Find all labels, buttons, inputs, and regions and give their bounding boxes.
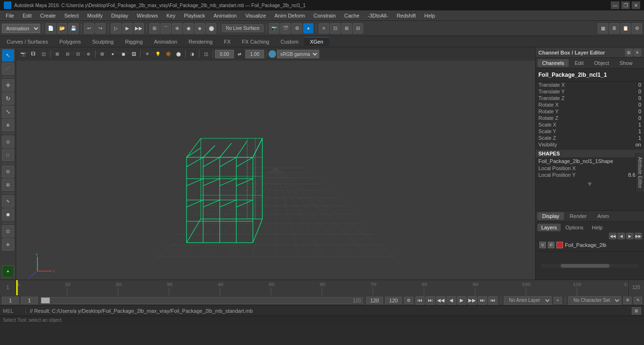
menu-playback[interactable]: Playback: [180, 12, 209, 19]
range-end-input[interactable]: [366, 297, 383, 304]
tab-fx[interactable]: FX: [218, 37, 236, 46]
cb-value-scale-x[interactable]: [613, 122, 641, 127]
layer-back-button[interactable]: ◀: [617, 233, 625, 239]
vp-light-btn-4[interactable]: ⬤: [174, 49, 183, 59]
pb-play-button[interactable]: ▶: [457, 296, 466, 305]
cb-tab-channels[interactable]: Channels: [537, 59, 569, 67]
maximize-button[interactable]: ❐: [621, 1, 630, 9]
cb-value-rotate-x[interactable]: [613, 102, 641, 108]
vp-icon-2[interactable]: ⊟: [63, 49, 72, 59]
lasso-select-button[interactable]: ⋰: [2, 63, 14, 75]
rp-hscrollbar[interactable]: [541, 264, 638, 268]
pb-end-button[interactable]: ⏮: [488, 296, 498, 305]
menu-anim-deform[interactable]: Anim Deform: [271, 12, 309, 19]
menu-cache[interactable]: Cache: [340, 12, 363, 19]
save-file-button[interactable]: 💾: [68, 23, 79, 34]
char-set-btn-2[interactable]: ✎: [634, 297, 642, 304]
snap-surface-button[interactable]: ◈: [195, 23, 205, 34]
layer-visibility-v[interactable]: V: [539, 242, 546, 248]
layer-next-button[interactable]: ▶▶: [635, 233, 642, 239]
layers-tab[interactable]: Layers: [537, 224, 561, 231]
render-region-button[interactable]: 📷: [269, 23, 279, 34]
snap-together-button[interactable]: ⊟: [2, 165, 14, 178]
menu-3dtall[interactable]: -3DtoAll-: [364, 12, 392, 19]
cb-value-scale-z[interactable]: [613, 135, 641, 141]
rotate-tool-button[interactable]: ↻: [2, 92, 14, 105]
cb-value-translate-x[interactable]: [613, 82, 641, 88]
channel-box-button[interactable]: ≣: [609, 23, 619, 34]
vp-light-btn-2[interactable]: 💡: [153, 49, 162, 59]
vp-value2-input[interactable]: [245, 50, 264, 58]
cb-value-translate-y[interactable]: [613, 89, 641, 94]
misc-btn-2[interactable]: ⊡: [330, 23, 340, 34]
paint-sel-button[interactable]: ✎: [2, 195, 14, 208]
pb-forward-button[interactable]: ▶▶: [467, 296, 477, 305]
vp-light-btn-1[interactable]: ☀: [143, 49, 152, 59]
vp-tex-btn[interactable]: 🖼: [129, 49, 138, 59]
menu-help[interactable]: Help: [420, 12, 439, 19]
vp-gamma-color-btn[interactable]: [268, 50, 276, 58]
no-char-set-select[interactable]: No Character Set: [568, 296, 621, 305]
misc-btn-4[interactable]: ⊟: [353, 23, 363, 34]
render-active-button[interactable]: ●: [303, 23, 313, 34]
menu-constrain[interactable]: Constrain: [310, 12, 340, 19]
cb-value-rotate-y[interactable]: [613, 109, 641, 114]
script-editor-button[interactable]: ⊞: [632, 307, 641, 315]
select-all-button[interactable]: ▷: [111, 23, 121, 34]
open-file-button[interactable]: 📂: [57, 23, 67, 34]
snap-live-button[interactable]: ⬤: [206, 23, 216, 34]
undo-button[interactable]: ↩: [84, 23, 94, 34]
smart-snap-button[interactable]: ⊞: [2, 179, 14, 191]
snap-curve-button[interactable]: ⌒: [161, 23, 171, 34]
cb-tab-edit[interactable]: Edit: [570, 59, 588, 67]
ipr-render-button[interactable]: 🎬: [280, 23, 291, 34]
menu-select[interactable]: Select: [61, 12, 83, 19]
pb-next-key-button[interactable]: ⏭: [478, 296, 487, 305]
camera-fit-button[interactable]: ⊡: [2, 225, 14, 237]
vp-icon-3[interactable]: ⊡: [73, 49, 83, 59]
menu-redshift[interactable]: Redshift: [393, 12, 420, 19]
scale-tool-button[interactable]: ⤡: [2, 106, 14, 118]
channel-box-expand-button[interactable]: ⊞: [625, 49, 633, 56]
vp-gamma-select[interactable]: sRGB gamma Linear: [277, 50, 319, 58]
cb-tab-show[interactable]: Show: [615, 59, 637, 67]
menu-key[interactable]: Key: [162, 12, 179, 19]
vp-value1-btn[interactable]: ⇄: [235, 49, 244, 59]
current-frame-input[interactable]: [2, 297, 19, 304]
cb-value-rotate-z[interactable]: [613, 115, 641, 121]
select-hier-button[interactable]: ▶: [122, 23, 133, 34]
menu-display[interactable]: Display: [107, 12, 132, 19]
tab-display[interactable]: Display: [537, 212, 564, 220]
layer-reference-p[interactable]: P: [548, 242, 555, 248]
snap-point-button[interactable]: ⊕: [172, 23, 182, 34]
menu-edit[interactable]: Edit: [19, 12, 36, 19]
tab-custom[interactable]: Custom: [275, 37, 304, 46]
xgen-icon-button[interactable]: ✦: [2, 265, 14, 278]
vp-camera-btn[interactable]: 📷: [18, 49, 27, 59]
camera-persp-button[interactable]: ⊛: [2, 238, 14, 251]
channel-box-close-button[interactable]: ✕: [634, 49, 641, 56]
help-tab[interactable]: Help: [588, 224, 607, 231]
range-slider[interactable]: 120: [41, 297, 363, 304]
sculpt-button[interactable]: ⬟: [2, 209, 14, 221]
misc-btn-3[interactable]: ⊞: [341, 23, 352, 34]
menu-modify[interactable]: Modify: [83, 12, 106, 19]
cb-tab-object[interactable]: Object: [589, 59, 614, 67]
pb-start-button[interactable]: ⏮: [415, 296, 425, 305]
select-obj-button[interactable]: ▶▶: [134, 23, 144, 34]
anim-layer-add-button[interactable]: +: [554, 297, 562, 304]
move-tool-button[interactable]: ✛: [2, 79, 14, 91]
menu-visualize[interactable]: Visualize: [242, 12, 270, 19]
cb-value-scale-y[interactable]: [613, 128, 641, 134]
new-file-button[interactable]: 📄: [45, 23, 56, 34]
menu-create[interactable]: Create: [36, 12, 60, 19]
minimize-button[interactable]: —: [611, 1, 619, 9]
tab-xgen[interactable]: XGen: [304, 37, 329, 46]
vp-film-btn[interactable]: 🎞: [28, 49, 38, 59]
mode-selector[interactable]: Animation Modeling Rigging FX Rendering …: [2, 24, 40, 33]
vp-shading-wireframe[interactable]: ⊞: [98, 49, 107, 59]
char-set-btn-1[interactable]: ⚙: [623, 297, 632, 304]
tab-curves-surfaces[interactable]: Curves / Surfaces: [1, 37, 54, 46]
cb-value-visibility[interactable]: [613, 142, 641, 147]
tab-polygons[interactable]: Polygons: [54, 37, 86, 46]
